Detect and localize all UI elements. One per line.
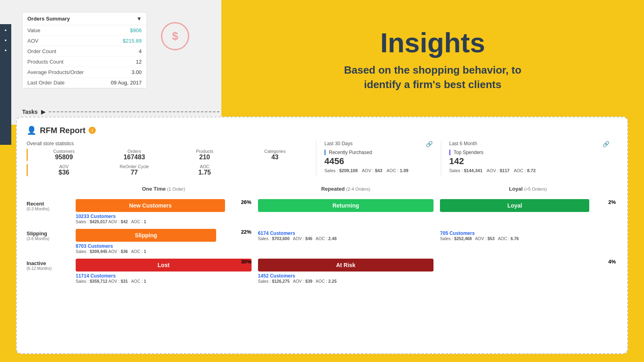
recently-purchased-label: Recently Purchased xyxy=(324,150,433,155)
ts-aoc: AOC : 8.72 xyxy=(514,168,535,173)
stat-categories: Categories 43 xyxy=(237,149,308,161)
stat-orders: Orders 167483 xyxy=(97,149,167,161)
last30-label: Last 30 Days 🔗 xyxy=(324,141,433,147)
rp-sales: Sales : $209,108 xyxy=(324,168,358,173)
orders-summary-count-row: Order Count 4 xyxy=(23,46,147,57)
new-customers-bar[interactable]: New Customers xyxy=(76,199,225,212)
top-spenders-value: 142 xyxy=(449,156,609,167)
cell-inactive-loyal: 4% xyxy=(438,257,617,260)
last6-section: Last 6 Month 🔗 Top Spenders 142 Sales : … xyxy=(441,141,617,176)
orders-summary-aov-row: AOV $215.89 xyxy=(23,36,147,46)
overall-label: Overall store statistics xyxy=(27,141,308,146)
lost-bar[interactable]: Lost xyxy=(76,259,252,272)
cell-slipping-repeated: 6174 Customers Sales : $703,600 AOV : $4… xyxy=(256,227,436,243)
last6-label: Last 6 Month 🔗 xyxy=(449,141,609,147)
orders-summary-value-row: Value $906 xyxy=(23,25,147,36)
stat-customers: Customers 95809 xyxy=(27,149,97,161)
last30-external-link-icon[interactable]: 🔗 xyxy=(426,141,433,147)
last-order-value: 09 Aug, 2017 xyxy=(111,80,142,86)
order-count-value: 4 xyxy=(139,48,142,54)
rfm-grid: One Time (1 Order) Repeated (2-4 Orders)… xyxy=(27,183,617,285)
top-spenders-label: Top Spenders xyxy=(449,150,609,155)
last6-external-link-icon[interactable]: 🔗 xyxy=(603,141,609,147)
rfm-header: 👤 RFM Report i xyxy=(27,125,617,135)
orders-summary-products-row: Products Count 12 xyxy=(23,57,147,67)
rfm-title: RFM Report xyxy=(40,126,85,135)
tasks-label: Tasks xyxy=(22,109,38,115)
cell-slipping-onetime: 22% Slipping 8703 Customers Sales : $309… xyxy=(74,227,253,255)
rfm-card: 👤 RFM Report i Overall store statistics … xyxy=(16,117,628,354)
at-risk-bar[interactable]: At Risk xyxy=(258,259,434,272)
aov2-value: $36 xyxy=(59,169,70,176)
col-repeated: Repeated (2-4 Orders) xyxy=(256,183,436,196)
row-label-inactive: Inactive (6-12 Months) xyxy=(27,257,71,274)
value-label: Value xyxy=(27,27,40,33)
stat-products: Products 210 xyxy=(167,149,238,161)
avg-products-value: 3.00 xyxy=(132,69,142,75)
sidebar-edge: ● ● ● xyxy=(0,24,11,145)
orders-summary-dropdown-icon[interactable]: ▼ xyxy=(136,16,142,22)
returning-bar[interactable]: Returning xyxy=(258,199,434,212)
loyal-percent: 2% xyxy=(608,199,616,205)
last-order-label: Last Order Date xyxy=(27,80,65,86)
categories-value: 43 xyxy=(271,154,279,161)
reorder-value: 77 xyxy=(131,169,138,176)
stat-reorder: ReOrder Cycle 77 xyxy=(97,164,167,176)
insights-subtitle: Based on the shopping behavior, to ident… xyxy=(344,63,522,92)
stats-row: Overall store statistics Customers 95809… xyxy=(27,141,617,176)
recently-purchased-value: 4456 xyxy=(324,156,433,167)
orders-label: Orders xyxy=(128,149,141,154)
aoc-value: 1.75 xyxy=(198,169,211,176)
order-count-label: Order Count xyxy=(27,48,56,54)
stat-aov: AOV $36 xyxy=(27,164,97,176)
orders-summary-title: Orders Summary xyxy=(27,16,70,22)
cell-recent-loyal: 2% Loyal xyxy=(438,197,617,214)
rp-aov: AOV : $43 xyxy=(362,168,382,173)
avg-products-label: Average Products/Order xyxy=(27,69,84,75)
top-spenders-stats: Sales : $144,341 AOV : $117 AOC : 8.72 xyxy=(449,168,609,173)
overall-stats-section: Overall store statistics Customers 95809… xyxy=(27,141,316,176)
orders-summary-date-row: Last Order Date 09 Aug, 2017 xyxy=(23,78,147,88)
stats-grid: Customers 95809 Orders 167483 Products 2… xyxy=(27,149,308,176)
inactive-percent: 30% xyxy=(241,259,252,265)
reorder-label: ReOrder Cycle xyxy=(120,164,149,169)
products-count-label: Products Count xyxy=(27,59,64,65)
aov-label: AOV xyxy=(27,38,38,44)
dollar-icon: $ xyxy=(161,22,189,50)
orders-summary-card: Orders Summary ▼ Value $906 AOV $215.89 … xyxy=(22,12,147,88)
orders-summary-avg-row: Average Products/Order 3.00 xyxy=(23,67,147,78)
customers-label: Customers xyxy=(53,149,74,154)
rfm-info-badge[interactable]: i xyxy=(89,127,96,134)
row-label-recent: Recent (0-3 Months) xyxy=(27,197,71,214)
products-label: Products xyxy=(196,149,213,154)
insights-header: Insights Based on the shopping behavior,… xyxy=(221,0,644,121)
slipping-bar[interactable]: Slipping xyxy=(76,229,216,242)
cell-slipping-loyal: 705 Customers Sales : $252,468 AOV : $53… xyxy=(438,227,617,243)
tasks-arrow-icon[interactable]: ▶ xyxy=(41,109,45,115)
inactive-loyal-percent: 4% xyxy=(608,259,616,265)
loyal-bar[interactable]: Loyal xyxy=(440,199,589,212)
categories-label: Categories xyxy=(264,149,286,154)
cell-recent-repeated: Returning xyxy=(256,197,436,214)
cell-inactive-repeated: At Risk 1452 Customers Sales : $126,275 … xyxy=(256,257,436,285)
recently-purchased-stats: Sales : $209,108 AOV : $43 AOC : 1.09 xyxy=(324,168,433,173)
insights-title: Insights xyxy=(380,29,485,56)
slipping-percent: 22% xyxy=(241,229,252,235)
rp-aoc: AOC : 1.09 xyxy=(386,168,408,173)
orders-value: 167483 xyxy=(124,154,145,161)
customers-value: 95809 xyxy=(55,154,73,161)
stat-aoc: AOC 1.75 xyxy=(167,164,238,176)
aov2-label: AOV xyxy=(59,164,68,169)
slipping-info: 8703 Customers Sales : $309,945 AOV : $3… xyxy=(76,243,252,254)
aov-value: $215.89 xyxy=(123,38,142,44)
cell-inactive-onetime: 30% Lost 11714 Customers Sales : $359,71… xyxy=(74,257,253,285)
last30-section: Last 30 Days 🔗 Recently Purchased 4456 S… xyxy=(316,141,441,176)
new-customers-info: 10233 Customers Sales : $425,017 AOV : $… xyxy=(76,214,252,224)
recent-percent: 26% xyxy=(241,199,252,205)
cell-recent-onetime: 26% New Customers 10233 Customers Sales … xyxy=(74,197,253,226)
products-count-value: 12 xyxy=(136,59,142,65)
col-one-time: One Time (1 Order) xyxy=(74,183,253,196)
at-risk-info: 1452 Customers Sales : $126,275 AOV : $3… xyxy=(258,273,434,284)
row-label-slipping: Slipping (3-6 Months) xyxy=(27,227,71,244)
orders-summary-header: Orders Summary ▼ xyxy=(23,12,147,25)
